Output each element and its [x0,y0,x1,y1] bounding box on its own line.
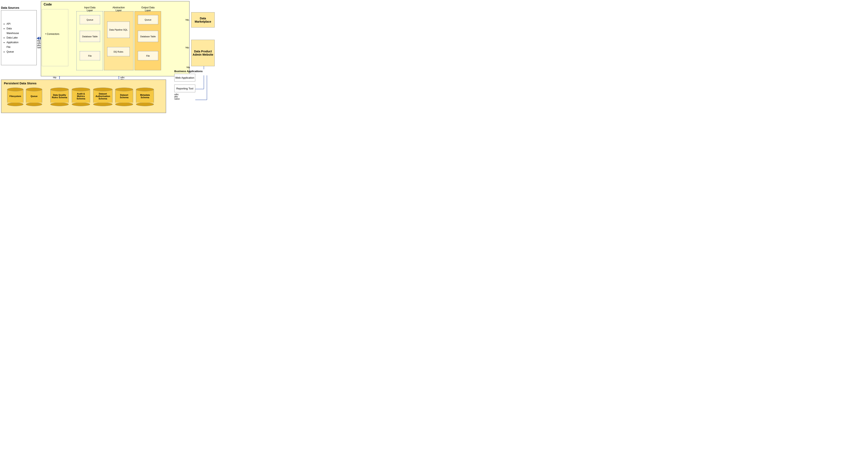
web-application-box: Web Application [174,74,195,81]
connectors-label: • Connectors [45,33,59,35]
cylinder-metadata: MetadataSchema [136,88,154,106]
pds-box: Persistent Data Stores Filesystem Queue … [1,79,166,113]
data-sources-title: Data Sources [1,6,19,9]
source-dl: Data Lake [6,35,19,40]
source-dw: DataWarehouse [6,26,19,36]
cyl-top [50,88,69,91]
reporting-tool-box: Reporting Tool [174,85,195,92]
diagram-container: Data Sources API DataWarehouse Data Lake… [0,0,216,114]
cyl-bottom [136,102,154,106]
data-admin-website-box: Data Product Admin Website [191,40,215,66]
cyl-top [26,88,42,91]
cyl-top [72,88,90,91]
cyl-body: DatasetAuthorisationSchema [93,90,113,103]
input-file-box: File [80,51,100,60]
cylinder-dataset-schema: DatasetSchema [115,88,133,106]
data-sources-list: API DataWarehouse Data Lake ApplicationF… [4,22,19,54]
output-layer: Queue Database Table File [134,11,161,70]
source-api: API [6,22,19,26]
connectors-box [42,9,68,66]
cyl-top [115,88,133,91]
cyl-bottom [7,102,24,106]
abstraction-layer: Data Pipeline SQL DQ Rules [104,11,133,70]
input-layer-title: Input DataLayer [77,6,102,12]
cylinder-dq-rules: Data QualityRules Schema [50,88,69,106]
http-admin-label: http [186,46,189,49]
output-file-box: File [138,51,158,60]
dq-rules-box: DQ Rules [107,47,130,56]
cyl-bottom [26,102,42,106]
http-bottom-left-label: http [53,76,57,79]
cyl-body: Queue [26,90,42,103]
cyl-body: MetadataSchema [136,90,154,103]
cyl-top [136,88,154,91]
data-sources-box: API DataWarehouse Data Lake ApplicationF… [1,10,37,65]
cyl-body: Filesystem [7,90,24,103]
cyl-body: Audit &MetricsSchema [72,90,90,103]
source-af: ApplicationFile [6,40,19,50]
cyl-top [93,88,113,91]
cyl-top [7,88,24,91]
cylinder-audit: Audit &MetricsSchema [72,88,90,106]
cyl-bottom [93,102,113,106]
abstraction-layer-title: AbstractionLayer [104,6,133,12]
input-queue-box: Queue [80,15,100,24]
cylinder-queue: Queue [26,88,42,106]
http-bottom-right-label: http [187,66,190,68]
input-db-table-box: Database Table [80,31,100,42]
cyl-bottom [115,102,133,106]
pds-title: Persistent Data Stores [4,81,36,85]
cylinder-dataset-auth: DatasetAuthorisationSchema [93,88,113,106]
output-queue-box: Queue [138,15,158,24]
output-db-table-box: Database Table [138,31,158,42]
cyl-bottom [50,102,69,106]
pipeline-box: Data Pipeline SQL [107,22,130,38]
business-apps-label: Business Applications [174,70,203,73]
code-box-title: Code [43,3,52,6]
source-queue: Queue [6,50,19,54]
cyl-bottom [72,102,90,106]
cyl-body: Data QualityRules Schema [50,90,69,103]
cylinder-filesystem: Filesystem [7,88,24,106]
cyl-body: DatasetSchema [115,90,133,103]
svg-marker-0 [37,37,39,40]
data-marketplace-box: Data Marketplace [191,12,215,28]
odbc-bottom-right-label: odbcjdbcnative [174,93,180,100]
output-layer-title: Output DataLayer [135,6,161,12]
http-marketplace-label: http [186,19,189,21]
input-layer: Queue Database Table File [76,11,103,70]
